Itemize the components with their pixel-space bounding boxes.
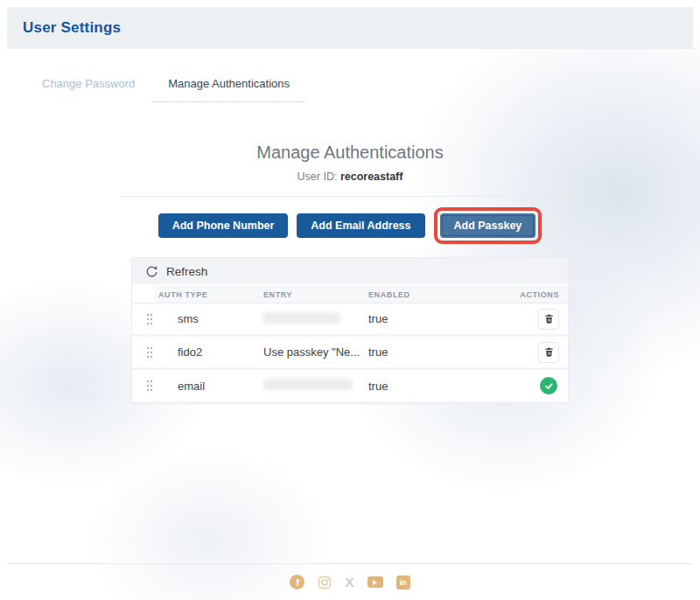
linkedin-icon[interactable]: in bbox=[396, 576, 410, 590]
action-button-row: Add Phone Number Add Email Address Add P… bbox=[131, 207, 569, 244]
add-passkey-button[interactable]: Add Passkey bbox=[440, 213, 536, 238]
verified-icon bbox=[540, 377, 557, 394]
enabled-cell: true bbox=[368, 345, 500, 359]
footer: f X in bbox=[7, 563, 693, 600]
top-bar: User Settings bbox=[7, 7, 693, 49]
entry-cell bbox=[263, 312, 368, 326]
instagram-icon[interactable] bbox=[318, 576, 332, 590]
x-icon[interactable]: X bbox=[345, 575, 354, 590]
add-phone-number-button[interactable]: Add Phone Number bbox=[158, 213, 289, 238]
table-row-sms: smstrue bbox=[132, 303, 568, 337]
social-links: f X in bbox=[290, 575, 410, 590]
refresh-label: Refresh bbox=[166, 265, 207, 278]
auth-type-cell: sms bbox=[158, 312, 263, 325]
add-email-address-button[interactable]: Add Email Address bbox=[297, 213, 424, 238]
refresh-button[interactable]: Refresh bbox=[132, 258, 568, 284]
user-id-label: User ID: bbox=[298, 171, 338, 183]
column-header-entry: ENTRY bbox=[263, 290, 368, 299]
trash-icon bbox=[543, 313, 555, 324]
drag-handle-icon[interactable] bbox=[146, 313, 158, 325]
page: User Settings Change Password Manage Aut… bbox=[0, 0, 700, 600]
auth-type-cell: email bbox=[158, 380, 263, 393]
redacted-entry bbox=[263, 312, 340, 324]
enabled-cell: true bbox=[368, 312, 500, 325]
actions-cell bbox=[517, 377, 559, 394]
column-header-enabled: ENABLED bbox=[368, 290, 500, 299]
tab-change-password[interactable]: Change Password bbox=[42, 77, 135, 102]
entry-cell: Use passkey "Ne... bbox=[263, 345, 368, 359]
column-header-actions: ACTIONS bbox=[517, 290, 559, 299]
enabled-cell: true bbox=[368, 380, 500, 393]
tab-bar: Change Password Manage Authentications bbox=[42, 77, 693, 102]
refresh-icon bbox=[145, 265, 158, 278]
annotation-highlight-box: Add Passkey bbox=[434, 207, 542, 244]
tab-manage-authentications[interactable]: Manage Authentications bbox=[152, 77, 305, 102]
section-title: Manage Authentications bbox=[131, 143, 569, 163]
authentications-table-card: Refresh AUTH TYPEENTRYENABLEDACTIONS sms… bbox=[131, 257, 569, 404]
user-id-value: recoreastaff bbox=[340, 171, 403, 183]
drag-handle-icon[interactable] bbox=[146, 380, 158, 392]
page-title: User Settings bbox=[23, 19, 121, 37]
user-id-line: User ID: recoreastaff bbox=[131, 171, 569, 183]
divider bbox=[120, 196, 580, 197]
table-header-row: AUTH TYPEENTRYENABLEDACTIONS bbox=[132, 284, 568, 303]
youtube-icon[interactable] bbox=[368, 576, 383, 588]
delete-button[interactable] bbox=[538, 342, 559, 363]
table-row-fido2: fido2Use passkey "Ne...true bbox=[132, 337, 568, 370]
actions-cell bbox=[517, 309, 559, 330]
facebook-icon[interactable]: f bbox=[290, 575, 304, 590]
table-row-email: emailtrue bbox=[132, 370, 568, 403]
table-body: smstruefido2Use passkey "Ne...trueemailt… bbox=[132, 303, 568, 403]
entry-cell bbox=[263, 379, 368, 393]
auth-type-cell: fido2 bbox=[158, 345, 263, 359]
redacted-entry bbox=[263, 379, 353, 390]
main-content: Manage Authentications User ID: recoreas… bbox=[131, 143, 569, 404]
delete-button[interactable] bbox=[538, 309, 559, 330]
actions-cell bbox=[517, 342, 559, 363]
drag-handle-icon[interactable] bbox=[146, 346, 158, 359]
column-header-auth-type: AUTH TYPE bbox=[158, 290, 263, 299]
trash-icon bbox=[543, 346, 555, 358]
